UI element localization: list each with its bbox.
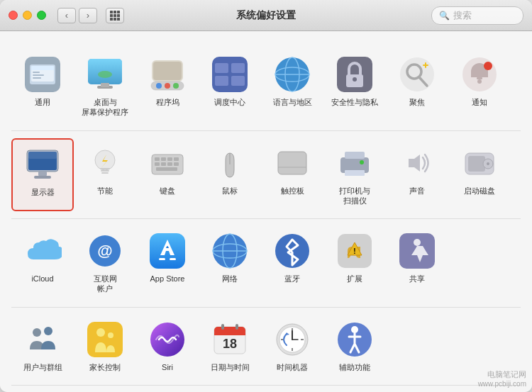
window-title: 系统偏好设置	[236, 9, 296, 22]
pref-internet[interactable]: @ 互联网帐户	[74, 226, 136, 300]
pref-icloud[interactable]: iCloud	[11, 226, 74, 300]
network-icon	[211, 233, 248, 269]
svg-rect-59	[345, 152, 365, 159]
pref-timemachine[interactable]: 时间机器	[261, 315, 323, 378]
pref-dock[interactable]: 程序坞	[136, 50, 199, 123]
pref-parental[interactable]: 家长控制	[74, 315, 136, 378]
back-icon: ‹	[65, 10, 68, 21]
watermark-line1: 电脑笔记网	[478, 369, 526, 380]
users-label: 用户与群组	[23, 362, 62, 372]
svg-text:18: 18	[223, 337, 237, 351]
notifications-icon	[461, 56, 498, 93]
svg-rect-69	[159, 258, 165, 260]
general-label: 通用	[35, 97, 50, 107]
desktop-label: 桌面与屏幕保护程序	[82, 97, 128, 118]
pref-spotlight[interactable]: 聚焦	[386, 50, 448, 123]
pref-startup[interactable]: 启动磁盘	[448, 138, 511, 212]
pref-desktop[interactable]: 桌面与屏幕保护程序	[74, 50, 136, 123]
extensions-icon-container: !	[336, 232, 374, 270]
pref-energy[interactable]: 节能	[74, 138, 136, 212]
keyboard-icon-container	[148, 144, 187, 182]
maximize-button[interactable]	[37, 11, 46, 20]
pref-mission[interactable]: 调度中心	[199, 50, 261, 123]
mouse-label: 鼠标	[222, 186, 238, 196]
pref-appstore[interactable]: App Store	[136, 226, 199, 300]
pref-notifications[interactable]: 通知	[448, 50, 511, 123]
display-label: 显示器	[31, 187, 55, 197]
close-button[interactable]	[9, 11, 18, 20]
mission-icon	[211, 56, 248, 93]
svg-rect-88	[214, 332, 245, 335]
pref-general[interactable]: 通用	[11, 50, 74, 123]
search-box[interactable]: 🔍 搜索	[431, 6, 523, 25]
appstore-label: App Store	[150, 274, 185, 284]
energy-label: 节能	[97, 186, 113, 196]
section-internet: iCloud @ 互联网帐户	[11, 219, 521, 308]
pref-network[interactable]: 网络	[199, 226, 261, 300]
pref-printer[interactable]: 打印机与扫描仪	[323, 138, 386, 212]
forward-icon: ›	[87, 10, 89, 21]
display-icon	[24, 146, 61, 183]
siri-icon	[149, 321, 186, 358]
general-icon-container	[23, 55, 62, 94]
accessibility-label: 辅助功能	[339, 362, 370, 372]
siri-label: Siri	[162, 362, 173, 372]
pref-date[interactable]: 18 日期与时间	[199, 315, 261, 378]
energy-icon-container	[86, 144, 124, 182]
search-placeholder: 搜索	[453, 9, 472, 22]
pref-sound[interactable]: 声音	[386, 138, 448, 212]
pref-language[interactable]: 语言与地区	[261, 50, 323, 123]
pref-trackpad[interactable]: 触控板	[261, 138, 323, 212]
svg-point-30	[400, 57, 434, 91]
svg-text:!: !	[353, 247, 355, 255]
svg-rect-47	[161, 157, 166, 161]
dock-icon	[149, 56, 186, 93]
svg-rect-46	[155, 157, 160, 161]
printer-icon-container	[336, 144, 374, 182]
pref-users[interactable]: 用户与群组	[11, 315, 74, 378]
pref-siri[interactable]: Siri	[136, 315, 199, 378]
svg-rect-41	[28, 152, 57, 159]
pref-accessibility[interactable]: 辅助功能	[323, 315, 386, 378]
svg-point-79	[414, 239, 421, 246]
pref-sharing[interactable]: 共享	[386, 226, 448, 300]
pref-bluetooth[interactable]: 蓝牙	[261, 226, 323, 300]
pref-extensions[interactable]: ! 扩展	[323, 226, 386, 300]
svg-text:@: @	[97, 242, 112, 259]
svg-rect-60	[345, 170, 365, 176]
security-icon	[336, 56, 373, 93]
svg-rect-21	[215, 76, 228, 86]
timemachine-label: 时间机器	[277, 362, 308, 372]
svg-rect-22	[231, 76, 245, 86]
forward-button[interactable]: ›	[79, 8, 97, 23]
trackpad-label: 触控板	[281, 186, 304, 196]
general-icon	[24, 56, 61, 93]
startup-label: 启动磁盘	[464, 186, 495, 196]
grid-view-button[interactable]	[106, 8, 124, 23]
energy-icon	[87, 145, 123, 181]
svg-rect-56	[278, 152, 306, 174]
svg-rect-4	[33, 72, 40, 73]
timemachine-icon-container	[273, 320, 311, 359]
back-button[interactable]: ‹	[57, 8, 76, 23]
network-label: 网络	[222, 274, 238, 284]
svg-point-84	[108, 332, 113, 338]
sharing-icon-container	[398, 232, 436, 270]
minimize-button[interactable]	[23, 11, 32, 20]
pref-display[interactable]: 显示器	[11, 138, 74, 212]
language-label: 语言与地区	[273, 97, 312, 107]
pref-mouse[interactable]: 鼠标	[199, 138, 261, 212]
svg-rect-3	[31, 66, 54, 70]
appstore-icon-container	[148, 232, 187, 270]
trackpad-icon-container	[273, 144, 311, 182]
siri-icon-container	[148, 320, 187, 359]
svg-point-81	[44, 327, 52, 335]
pref-keyboard[interactable]: 键盘	[136, 138, 199, 212]
svg-point-61	[360, 160, 364, 164]
svg-point-9	[98, 71, 112, 78]
svg-rect-50	[155, 162, 160, 166]
pref-security[interactable]: 安全性与隐私	[323, 50, 386, 123]
notifications-icon-container	[460, 55, 499, 94]
language-icon-container	[273, 55, 311, 94]
svg-rect-36	[477, 77, 482, 79]
